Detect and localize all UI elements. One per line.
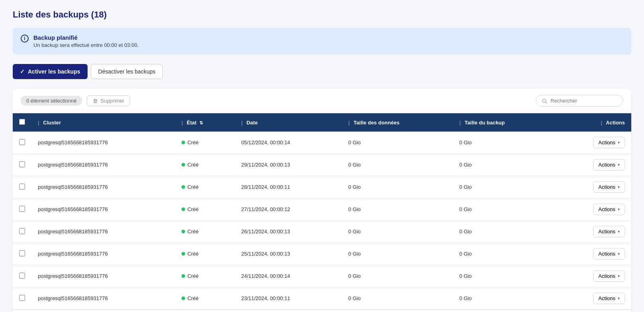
status-dot-0 (181, 141, 185, 144)
status-label-1: Créé (187, 162, 199, 168)
row-checkbox-cell[interactable] (13, 154, 31, 176)
info-icon: i (21, 35, 29, 43)
info-banner-title: Backup planifié (33, 34, 139, 41)
row-checkbox-2[interactable] (19, 184, 25, 190)
column-data-size: | Taille des données (342, 113, 453, 132)
status-label-2: Créé (187, 184, 199, 190)
column-cluster: | Cluster (31, 113, 175, 132)
row-cluster-1: postgresql5165668185931776 (31, 154, 175, 176)
chevron-down-icon: ▾ (618, 274, 620, 278)
table-row: postgresql5165668185931776 Créé 24/11/20… (13, 265, 631, 287)
row-date-2: 28/11/2024, 00:00:11 (235, 176, 342, 198)
row-status-0: Créé (175, 132, 235, 154)
table-row: postgresql5165668185931776 Créé 25/11/20… (13, 243, 631, 265)
row-backup-size-0: 0 Gio (453, 132, 554, 154)
row-actions-cell-7: Actions ▾ (554, 287, 631, 310)
status-dot-7 (181, 296, 185, 300)
row-status-7: Créé (175, 287, 235, 310)
info-banner-content: Backup planifié Un backup sera effectué … (33, 34, 139, 48)
status-label-3: Créé (187, 206, 199, 212)
chevron-down-icon: ▾ (618, 185, 620, 189)
backups-table-container: 0 élément sélectionné 🗑 Supprimer (13, 89, 631, 312)
actions-button-6[interactable]: Actions ▾ (593, 270, 625, 282)
toolbar-left: 0 élément sélectionné 🗑 Supprimer (21, 95, 130, 106)
backups-table: | Cluster | État ⇅ | Date | Taille des (13, 113, 631, 310)
row-checkbox-cell[interactable] (13, 221, 31, 243)
row-backup-size-3: 0 Gio (453, 198, 554, 221)
row-cluster-6: postgresql5165668185931776 (31, 265, 175, 287)
row-data-size-3: 0 Gio (342, 198, 453, 221)
row-data-size-5: 0 Gio (342, 243, 453, 265)
activate-backups-button[interactable]: ✓ Activer les backups (13, 64, 88, 79)
row-backup-size-5: 0 Gio (453, 243, 554, 265)
row-date-1: 29/11/2024, 00:00:13 (235, 154, 342, 176)
row-checkbox-cell[interactable] (13, 132, 31, 154)
row-checkbox-7[interactable] (19, 295, 25, 301)
search-input[interactable] (550, 98, 617, 104)
row-cluster-4: postgresql5165668185931776 (31, 221, 175, 243)
row-checkbox-cell[interactable] (13, 287, 31, 310)
row-checkbox-cell[interactable] (13, 243, 31, 265)
search-box[interactable] (536, 95, 623, 107)
row-actions-cell-5: Actions ▾ (554, 243, 631, 265)
actions-button-7[interactable]: Actions ▾ (593, 293, 625, 304)
row-date-3: 27/11/2024, 00:00:12 (235, 198, 342, 221)
table-toolbar: 0 élément sélectionné 🗑 Supprimer (13, 89, 631, 113)
row-checkbox-cell[interactable] (13, 176, 31, 198)
page-title: Liste des backups (18) (13, 10, 631, 20)
table-row: postgresql5165668185931776 Créé 26/11/20… (13, 221, 631, 243)
row-checkbox-3[interactable] (19, 206, 25, 212)
table-row: postgresql5165668185931776 Créé 29/11/20… (13, 154, 631, 176)
status-dot-4 (181, 230, 185, 233)
row-cluster-3: postgresql5165668185931776 (31, 198, 175, 221)
row-checkbox-6[interactable] (19, 273, 25, 279)
status-label-7: Créé (187, 295, 199, 301)
row-status-3: Créé (175, 198, 235, 221)
row-checkbox-4[interactable] (19, 228, 25, 234)
row-checkbox-1[interactable] (19, 161, 25, 167)
actions-button-1[interactable]: Actions ▾ (593, 159, 625, 171)
row-date-0: 05/12/2024, 00:00:14 (235, 132, 342, 154)
chevron-down-icon: ▾ (618, 229, 620, 234)
row-backup-size-4: 0 Gio (453, 221, 554, 243)
search-icon (542, 98, 547, 104)
actions-button-3[interactable]: Actions ▾ (593, 203, 625, 215)
status-label-6: Créé (187, 273, 199, 279)
trash-icon: 🗑 (93, 98, 98, 104)
header-checkbox-cell[interactable] (13, 113, 31, 132)
actions-button-4[interactable]: Actions ▾ (593, 226, 625, 237)
row-checkbox-0[interactable] (19, 139, 25, 145)
column-status[interactable]: | État ⇅ (175, 113, 235, 132)
deactivate-backups-button[interactable]: Désactiver les backups (91, 64, 163, 79)
row-actions-cell-3: Actions ▾ (554, 198, 631, 221)
row-checkbox-cell[interactable] (13, 265, 31, 287)
row-date-6: 24/11/2024, 00:00:14 (235, 265, 342, 287)
chevron-down-icon: ▾ (618, 140, 620, 145)
row-status-5: Créé (175, 243, 235, 265)
row-actions-cell-1: Actions ▾ (554, 154, 631, 176)
row-checkbox-5[interactable] (19, 250, 25, 256)
row-date-7: 23/11/2024, 00:00:11 (235, 287, 342, 310)
delete-button[interactable]: 🗑 Supprimer (87, 95, 130, 106)
row-backup-size-6: 0 Gio (453, 265, 554, 287)
info-banner-subtitle: Un backup sera effectué entre 00:00 et 0… (33, 42, 139, 48)
column-actions: | Actions (554, 113, 631, 132)
column-backup-size: | Taille du backup (453, 113, 554, 132)
status-dot-1 (181, 163, 185, 167)
actions-button-0[interactable]: Actions ▾ (593, 137, 625, 148)
check-icon: ✓ (20, 68, 25, 75)
actions-button-5[interactable]: Actions ▾ (593, 248, 625, 260)
row-data-size-2: 0 Gio (342, 176, 453, 198)
status-label-0: Créé (187, 140, 199, 145)
actions-button-2[interactable]: Actions ▾ (593, 181, 625, 193)
row-actions-cell-4: Actions ▾ (554, 221, 631, 243)
row-backup-size-2: 0 Gio (453, 176, 554, 198)
row-data-size-0: 0 Gio (342, 132, 453, 154)
row-actions-cell-2: Actions ▾ (554, 176, 631, 198)
row-checkbox-cell[interactable] (13, 198, 31, 221)
row-status-4: Créé (175, 221, 235, 243)
table-row: postgresql5165668185931776 Créé 27/11/20… (13, 198, 631, 221)
row-data-size-7: 0 Gio (342, 287, 453, 310)
svg-line-1 (545, 102, 546, 103)
select-all-checkbox[interactable] (19, 119, 25, 125)
